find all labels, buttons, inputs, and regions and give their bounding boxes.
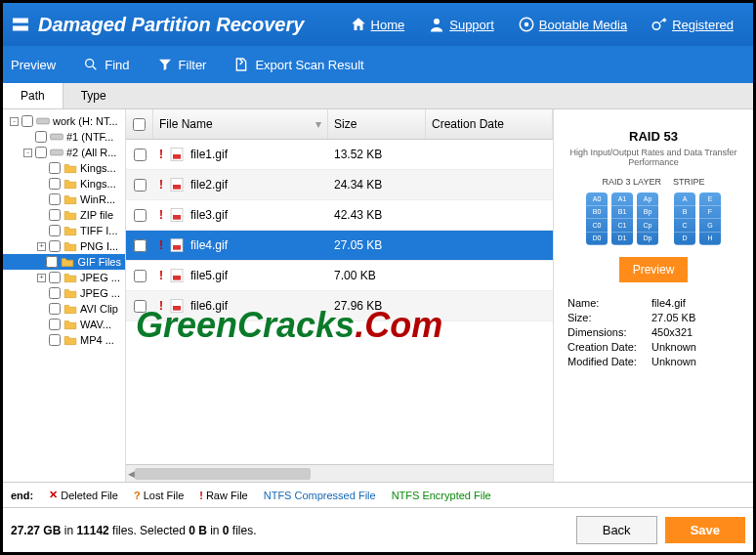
tree-item[interactable]: -#2 (All R...: [3, 145, 125, 160]
file-name: file4.gif: [190, 238, 228, 252]
tree-item[interactable]: Kings...: [3, 160, 125, 176]
folder-icon: [63, 334, 77, 346]
nav-support[interactable]: Support: [428, 16, 494, 33]
tree-label: TIFF I...: [80, 225, 118, 236]
tool-export[interactable]: Export Scan Result: [233, 57, 363, 72]
tab-type[interactable]: Type: [63, 83, 124, 108]
tree-checkbox[interactable]: [49, 334, 61, 346]
svg-point-2: [525, 22, 529, 27]
preview-pane: RAID 53 High Input/Output Rates and Data…: [554, 109, 753, 482]
back-button[interactable]: Back: [576, 516, 657, 544]
tree-item[interactable]: WinR...: [3, 192, 125, 207]
tree-item[interactable]: WAV...: [3, 317, 125, 332]
tree-item[interactable]: ZIP file: [3, 207, 125, 223]
save-button[interactable]: Save: [665, 517, 745, 543]
nav-bootable[interactable]: Bootable Media: [518, 16, 627, 33]
app-logo-icon: [11, 17, 30, 32]
file-size: 13.52 KB: [328, 148, 426, 161]
nav-registered[interactable]: Registered: [651, 16, 734, 33]
expand-icon: [35, 258, 43, 267]
tree-checkbox[interactable]: [49, 178, 61, 190]
raw-marker-icon: !: [159, 148, 163, 161]
expand-icon[interactable]: -: [10, 117, 19, 126]
expand-icon[interactable]: +: [37, 242, 46, 251]
col-size[interactable]: Size: [328, 109, 426, 139]
tree-checkbox[interactable]: [49, 303, 61, 315]
col-date[interactable]: Creation Date: [426, 109, 553, 139]
tree-item[interactable]: +JPEG ...: [3, 270, 125, 285]
tree-checkbox[interactable]: [49, 287, 61, 299]
nav-support-label: Support: [449, 18, 494, 32]
sort-icon: ▾: [315, 117, 321, 131]
tree-label: Kings...: [80, 162, 116, 174]
gif-file-icon: [169, 268, 185, 283]
raid-diagram: A0B0C0D0 A1B1C1D1 ApBpCpDp ABCD EFGH: [562, 192, 745, 245]
tree-checkbox[interactable]: [49, 162, 61, 174]
file-row[interactable]: !file6.gif27.96 KB: [126, 291, 553, 321]
tool-preview[interactable]: Preview: [11, 58, 56, 72]
tree-item[interactable]: TIFF I...: [3, 223, 125, 238]
gif-file-icon: [169, 237, 185, 253]
tree-label: JPEG ...: [80, 272, 120, 283]
expand-icon: [37, 180, 46, 189]
tree-checkbox[interactable]: [49, 272, 61, 283]
tree-checkbox[interactable]: [49, 319, 61, 330]
tool-filter[interactable]: Filter: [157, 57, 207, 72]
file-row[interactable]: !file1.gif13.52 KB: [126, 140, 553, 170]
expand-icon: [37, 289, 46, 298]
search-icon: [83, 57, 99, 72]
svg-rect-5: [37, 118, 50, 124]
tab-path[interactable]: Path: [3, 83, 63, 108]
tree-checkbox[interactable]: [21, 115, 33, 127]
tree-item[interactable]: AVI Clip: [3, 301, 125, 317]
tree-label: ZIP file: [80, 209, 113, 221]
tree-checkbox[interactable]: [49, 209, 61, 221]
preview-button[interactable]: Preview: [619, 257, 689, 282]
scrollbar-thumb[interactable]: [135, 468, 311, 480]
tree-checkbox[interactable]: [46, 256, 58, 268]
tree-checkbox[interactable]: [49, 240, 61, 252]
tree-checkbox[interactable]: [49, 225, 61, 236]
svg-rect-6: [51, 134, 63, 140]
tree-item[interactable]: +PNG I...: [3, 238, 125, 254]
file-checkbox[interactable]: [134, 179, 147, 192]
tree-item[interactable]: GIF Files: [3, 254, 125, 270]
file-checkbox[interactable]: [134, 270, 147, 282]
legend-encrypted: NTFS Encrypted File: [392, 490, 491, 501]
tree-item[interactable]: #1 (NTF...: [3, 129, 125, 145]
expand-icon[interactable]: +: [37, 274, 46, 282]
raw-marker-icon: !: [159, 269, 163, 282]
file-checkbox[interactable]: [134, 209, 147, 222]
select-all-checkbox[interactable]: [133, 118, 146, 131]
file-row[interactable]: !file2.gif24.34 KB: [126, 170, 553, 200]
nav-bootable-label: Bootable Media: [539, 18, 627, 32]
raid-layer-labels: RAID 3 LAYER STRIPE: [562, 177, 745, 187]
folder-icon: [61, 256, 74, 268]
drive-icon: [50, 147, 63, 158]
legend-compressed: NTFS Compressed File: [264, 490, 376, 501]
tree-item[interactable]: -work (H: NT...: [3, 113, 125, 129]
status-bar: 27.27 GB in 11142 files. Selected 0 B in…: [3, 507, 753, 552]
file-row[interactable]: !file5.gif7.00 KB: [126, 261, 553, 291]
file-row[interactable]: !file4.gif27.05 KB: [126, 231, 553, 261]
tool-find[interactable]: Find: [83, 57, 129, 72]
svg-rect-7: [51, 149, 63, 155]
nav-home[interactable]: Home: [350, 16, 405, 33]
expand-icon[interactable]: -: [23, 149, 32, 157]
expand-icon: [37, 320, 46, 329]
file-checkbox[interactable]: [134, 149, 147, 161]
tree-checkbox[interactable]: [35, 131, 47, 143]
col-check[interactable]: [126, 109, 153, 139]
file-checkbox[interactable]: [134, 300, 147, 313]
file-name: file3.gif: [190, 208, 228, 222]
col-filename[interactable]: File Name▾: [153, 109, 328, 139]
tree-item[interactable]: Kings...: [3, 176, 125, 192]
tree-checkbox[interactable]: [49, 193, 61, 205]
h-scrollbar[interactable]: ◀: [126, 464, 553, 482]
legend-raw: !Raw File: [199, 490, 247, 501]
file-checkbox[interactable]: [134, 239, 147, 252]
tree-item[interactable]: JPEG ...: [3, 285, 125, 301]
tree-checkbox[interactable]: [35, 147, 47, 158]
file-row[interactable]: !file3.gif42.43 KB: [126, 200, 553, 231]
tree-item[interactable]: MP4 ...: [3, 332, 125, 348]
